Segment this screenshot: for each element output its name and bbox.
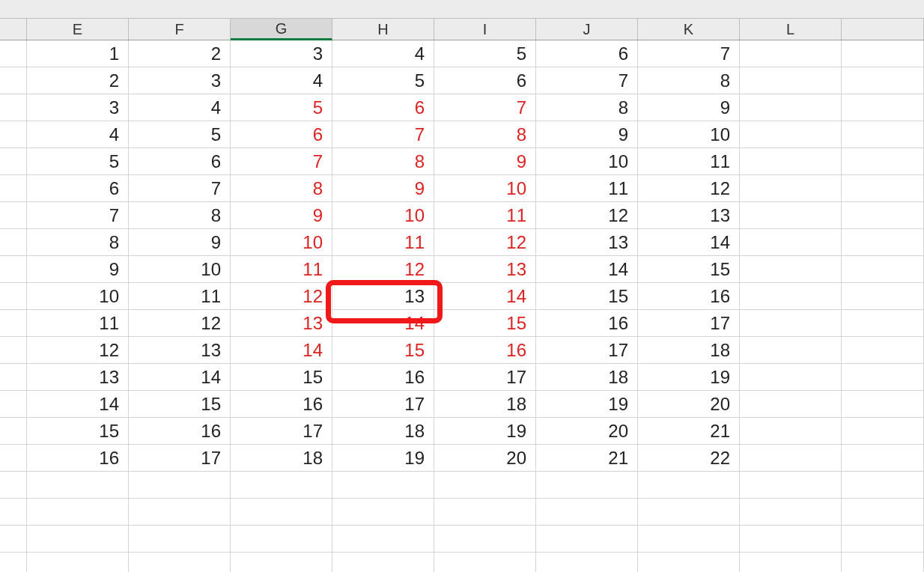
cell-gutter-19[interactable]: [0, 526, 27, 552]
cell-K-15[interactable]: 21: [638, 418, 740, 444]
cell-J-2[interactable]: 7: [536, 67, 638, 94]
cell-gutter-7[interactable]: [842, 202, 924, 228]
cell-H-6[interactable]: 9: [332, 175, 434, 201]
cell-H-17[interactable]: [332, 472, 434, 498]
cell-L-7[interactable]: [740, 202, 842, 228]
cell-F-19[interactable]: [129, 526, 231, 552]
cell-E-6[interactable]: 6: [27, 175, 129, 201]
cell-gutter-17[interactable]: [0, 472, 27, 498]
cell-E-13[interactable]: 13: [27, 364, 129, 390]
cell-J-13[interactable]: 18: [536, 364, 638, 390]
cell-I-12[interactable]: 16: [434, 337, 536, 363]
cell-H-16[interactable]: 19: [332, 445, 434, 471]
cell-L-10[interactable]: [740, 283, 842, 309]
cell-K-14[interactable]: 20: [638, 391, 740, 417]
cell-gutter-7[interactable]: [0, 202, 27, 228]
cell-I-5[interactable]: 9: [434, 148, 536, 174]
cell-F-18[interactable]: [129, 499, 231, 525]
cell-L-5[interactable]: [740, 148, 842, 174]
cell-K-20[interactable]: [638, 553, 740, 572]
cell-F-11[interactable]: 12: [129, 310, 231, 336]
cell-J-18[interactable]: [536, 499, 638, 525]
cell-I-2[interactable]: 6: [434, 67, 536, 94]
cell-gutter-6[interactable]: [842, 175, 924, 201]
cell-K-7[interactable]: 13: [638, 202, 740, 228]
cell-G-10[interactable]: 12: [231, 283, 332, 309]
cell-L-13[interactable]: [740, 364, 842, 390]
cell-E-11[interactable]: 11: [27, 310, 129, 336]
cell-G-5[interactable]: 7: [231, 148, 332, 174]
cell-F-16[interactable]: 17: [129, 445, 231, 471]
cell-H-1[interactable]: 4: [332, 40, 434, 67]
cell-G-16[interactable]: 18: [231, 445, 332, 471]
cell-gutter-8[interactable]: [842, 229, 924, 255]
cell-L-3[interactable]: [740, 94, 842, 121]
column-header-E[interactable]: E: [27, 19, 129, 40]
cell-G-12[interactable]: 14: [231, 337, 332, 363]
cell-I-19[interactable]: [434, 526, 536, 552]
cell-J-8[interactable]: 13: [536, 229, 638, 255]
cell-G-14[interactable]: 16: [231, 391, 332, 417]
cell-I-16[interactable]: 20: [434, 445, 536, 471]
cell-gutter-9[interactable]: [842, 256, 924, 282]
cell-I-18[interactable]: [434, 499, 536, 525]
cell-I-14[interactable]: 18: [434, 391, 536, 417]
column-header-K[interactable]: K: [638, 19, 740, 40]
cell-L-19[interactable]: [740, 526, 842, 552]
cell-gutter-20[interactable]: [0, 553, 27, 572]
cell-I-9[interactable]: 13: [434, 256, 536, 282]
cell-K-17[interactable]: [638, 472, 740, 498]
cell-J-5[interactable]: 10: [536, 148, 638, 174]
cell-gutter-16[interactable]: [842, 445, 924, 471]
cell-H-5[interactable]: 8: [332, 148, 434, 174]
cell-H-12[interactable]: 15: [332, 337, 434, 363]
cell-gutter-3[interactable]: [0, 94, 27, 121]
cell-gutter-10[interactable]: [842, 283, 924, 309]
cell-gutter-15[interactable]: [0, 418, 27, 444]
cell-J-4[interactable]: 9: [536, 121, 638, 147]
cell-gutter-12[interactable]: [0, 337, 27, 363]
column-header-L[interactable]: L: [740, 19, 842, 40]
cell-K-8[interactable]: 14: [638, 229, 740, 255]
cell-F-15[interactable]: 16: [129, 418, 231, 444]
cell-K-18[interactable]: [638, 499, 740, 525]
cell-F-2[interactable]: 3: [129, 67, 231, 94]
cell-H-9[interactable]: 12: [332, 256, 434, 282]
column-header-I[interactable]: I: [434, 19, 536, 40]
cell-gutter-15[interactable]: [842, 418, 924, 444]
cell-E-9[interactable]: 9: [27, 256, 129, 282]
cell-G-19[interactable]: [231, 526, 332, 552]
cell-G-1[interactable]: 3: [231, 40, 332, 67]
cell-F-13[interactable]: 14: [129, 364, 231, 390]
cell-I-17[interactable]: [434, 472, 536, 498]
cell-E-14[interactable]: 14: [27, 391, 129, 417]
cell-K-19[interactable]: [638, 526, 740, 552]
cell-I-15[interactable]: 19: [434, 418, 536, 444]
cell-K-9[interactable]: 15: [638, 256, 740, 282]
cell-gutter-5[interactable]: [0, 148, 27, 174]
cell-gutter-13[interactable]: [0, 364, 27, 390]
cell-I-13[interactable]: 17: [434, 364, 536, 390]
cell-E-16[interactable]: 16: [27, 445, 129, 471]
cell-K-6[interactable]: 12: [638, 175, 740, 201]
cell-F-17[interactable]: [129, 472, 231, 498]
cell-gutter-13[interactable]: [842, 364, 924, 390]
cell-gutter-1[interactable]: [842, 40, 924, 67]
cell-gutter-14[interactable]: [842, 391, 924, 417]
cell-K-11[interactable]: 17: [638, 310, 740, 336]
cell-E-4[interactable]: 4: [27, 121, 129, 147]
cell-F-8[interactable]: 9: [129, 229, 231, 255]
cell-H-10[interactable]: 13: [332, 283, 434, 309]
cell-F-6[interactable]: 7: [129, 175, 231, 201]
cell-I-11[interactable]: 15: [434, 310, 536, 336]
cell-J-1[interactable]: 6: [536, 40, 638, 67]
cell-L-17[interactable]: [740, 472, 842, 498]
cell-G-11[interactable]: 13: [231, 310, 332, 336]
cell-H-14[interactable]: 17: [332, 391, 434, 417]
cell-G-3[interactable]: 5: [231, 94, 332, 121]
cell-L-9[interactable]: [740, 256, 842, 282]
cell-K-2[interactable]: 8: [638, 67, 740, 94]
cell-H-4[interactable]: 7: [332, 121, 434, 147]
cell-J-20[interactable]: [536, 553, 638, 572]
cell-J-9[interactable]: 14: [536, 256, 638, 282]
